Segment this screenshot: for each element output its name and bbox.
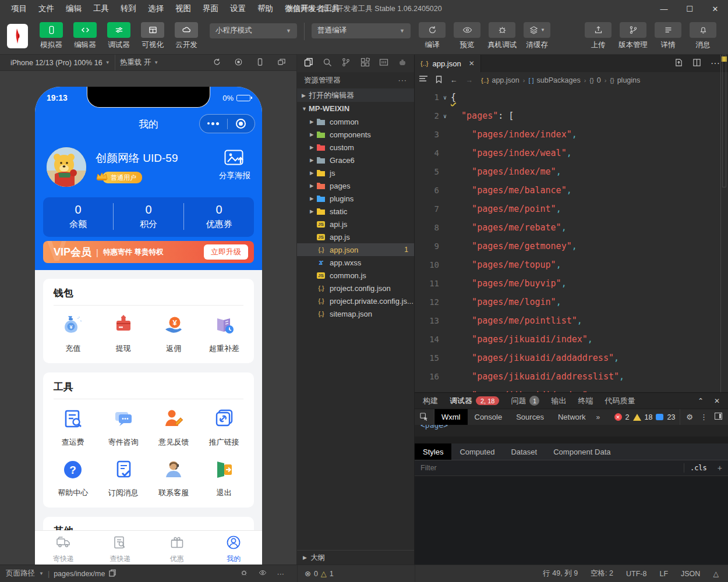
styles-tab-Component-Data[interactable]: Component Data <box>545 443 619 460</box>
page-path-label[interactable]: 页面路径 <box>6 569 35 579</box>
tree-item-app.wxss[interactable]: ϫapp.wxss <box>297 256 414 269</box>
minimize-button[interactable]: — <box>651 0 677 17</box>
outline-section[interactable]: ▶ 大纲 <box>297 550 414 565</box>
tree-item-common[interactable]: ▶common <box>297 115 414 128</box>
debug-tab-输出[interactable]: 输出 <box>551 396 566 406</box>
menu-item-设置[interactable]: 设置 <box>225 2 251 16</box>
project-root[interactable]: ▼ MP-WEIXIN <box>297 102 414 115</box>
breadcrumb-item[interactable]: {}0 <box>589 76 600 84</box>
tab-优惠[interactable]: 优惠 <box>149 531 206 565</box>
bookmark-icon[interactable] <box>436 76 442 85</box>
debug-tab-代码质量[interactable]: 代码质量 <box>605 396 635 406</box>
menu-item-项目[interactable]: 项目 <box>6 2 32 16</box>
open-editors-section[interactable]: ▶ 打开的编辑器 <box>297 88 414 102</box>
stat-item[interactable]: 0积分 <box>113 203 183 230</box>
record-icon[interactable] <box>234 58 243 68</box>
tree-item-Grace6[interactable]: ▶Grace6 <box>297 154 414 166</box>
device-select[interactable]: iPhone 12/13 (Pro) 100% 16▼ <box>6 55 115 70</box>
close-miniprogram-icon[interactable] <box>228 119 255 129</box>
code-area[interactable]: 1∨{2∨ "pages": [3 "pages/index/index",4 … <box>415 88 728 392</box>
tree-item-custom[interactable]: ▶custom <box>297 141 414 154</box>
feature-freight[interactable]: 查运费 <box>48 407 98 448</box>
restart-icon[interactable] <box>213 58 221 68</box>
feature-feedback[interactable]: 意见反馈 <box>149 407 199 448</box>
more-actions-icon[interactable]: ··· <box>711 58 720 69</box>
kebab-menu-icon[interactable]: ⋮ <box>700 413 708 421</box>
npm-box-icon[interactable] <box>379 58 388 69</box>
tree-item-app.js[interactable]: JSapp.js <box>297 230 414 243</box>
feature-help[interactable]: ?帮助中心 <box>48 458 98 498</box>
preview-eye-icon[interactable] <box>259 569 267 579</box>
status-item[interactable]: 行 49, 列 9 <box>543 569 578 579</box>
devtools-tab-Wxml[interactable]: Wxml <box>434 409 468 425</box>
mode-button[interactable]: 可视化 <box>137 22 168 50</box>
split-editor-icon[interactable] <box>692 58 701 69</box>
tree-item-js[interactable]: ▶js <box>297 166 414 179</box>
feature-promo-link[interactable]: 推广链接 <box>199 407 250 448</box>
feature-overweight[interactable]: 超重补差 <box>199 314 250 354</box>
devtools-tab-Sources[interactable]: Sources <box>509 409 551 425</box>
feature-withdraw[interactable]: 提现 <box>98 314 149 354</box>
breadcrumb-item[interactable]: {}plugins <box>610 76 640 84</box>
vip-banner[interactable]: VIP会员 | 特惠寄件 尊贵特权 立即升级 <box>43 241 254 263</box>
action-button[interactable]: 真机调试 <box>485 22 519 50</box>
menu-item-微信开发者工具[interactable]: 微信开发者工具 <box>280 2 345 16</box>
styles-tab-Computed[interactable]: Computed <box>451 443 503 460</box>
tree-item-api.js[interactable]: JSapi.js <box>297 218 414 230</box>
hot-reload-toggle[interactable]: 热重载 开▼ <box>115 55 163 70</box>
breadcrumb-item[interactable]: {..}app.json <box>481 76 520 84</box>
editor-scrollbar[interactable] <box>720 55 728 392</box>
forward-icon[interactable]: → <box>466 76 473 84</box>
issue-counts[interactable]: ✕ 2 18 23 <box>614 413 680 421</box>
tree-item-components[interactable]: ▶components <box>297 128 414 141</box>
upgrade-button[interactable]: 立即升级 <box>204 244 248 260</box>
outline-list-icon[interactable] <box>419 76 427 84</box>
devtools-tab-Network[interactable]: Network <box>551 409 593 425</box>
tree-item-pages[interactable]: ▶pages <box>297 179 414 192</box>
compile-select[interactable]: 普通编译▼ <box>312 23 411 38</box>
back-icon[interactable]: ← <box>450 76 458 84</box>
feature-recharge[interactable]: ¥充值 <box>48 314 98 354</box>
tree-item-app.json[interactable]: {..}app.json1 <box>297 243 414 256</box>
mode-button[interactable]: 云开发 <box>171 22 202 50</box>
feature-consult[interactable]: 寄件咨询 <box>98 407 149 448</box>
menu-item-界面[interactable]: 界面 <box>197 2 224 16</box>
dock-side-icon[interactable] <box>715 413 722 421</box>
toolbar-button[interactable]: 详情 <box>651 22 685 50</box>
more-icon[interactable] <box>200 122 227 125</box>
tree-item-sitemap.json[interactable]: {..}sitemap.json <box>297 307 414 320</box>
menu-item-视图[interactable]: 视图 <box>170 2 196 16</box>
avatar[interactable] <box>47 147 86 187</box>
feature-subscribe[interactable]: 订阅消息 <box>98 458 149 498</box>
tree-item-plugins[interactable]: ▶plugins <box>297 192 414 205</box>
status-item[interactable]: LF <box>659 570 668 578</box>
collapse-panel-icon[interactable]: ⌃ <box>698 397 704 405</box>
styles-tab-Dataset[interactable]: Dataset <box>503 443 545 460</box>
detach-window-icon[interactable] <box>277 58 286 68</box>
feature-service[interactable]: 联系客服 <box>149 458 199 498</box>
debug-tab-构建[interactable]: 构建 <box>423 396 438 406</box>
app-logo[interactable] <box>7 24 28 48</box>
debug-tab-终端[interactable]: 终端 <box>578 396 593 406</box>
more-icon[interactable]: ··· <box>277 570 285 578</box>
close-button[interactable]: ✕ <box>702 0 728 17</box>
toolbar-button[interactable]: 上传 <box>581 22 615 50</box>
inspect-element-icon[interactable] <box>415 409 434 425</box>
action-button[interactable]: ▼清缓存 <box>520 22 554 50</box>
settings-gear-icon[interactable]: ⚙ <box>686 413 693 421</box>
status-item[interactable]: JSON <box>681 570 700 578</box>
tree-item-static[interactable]: ▶static <box>297 205 414 218</box>
menu-item-帮助[interactable]: 帮助 <box>252 2 278 16</box>
tab-app-json[interactable]: {..} app.json ✕ <box>415 55 481 72</box>
mode-select[interactable]: 小程序模式▼ <box>210 23 297 38</box>
breadcrumb-item[interactable]: [ ]subPackages <box>528 76 580 84</box>
stat-item[interactable]: 0优惠券 <box>183 203 254 230</box>
mode-button[interactable]: 模拟器 <box>36 22 66 50</box>
debug-tab-调试器[interactable]: 调试器2, 18 <box>450 396 499 406</box>
more-tabs-icon[interactable]: » <box>593 413 604 421</box>
devtools-tab-Console[interactable]: Console <box>468 409 510 425</box>
files-icon[interactable] <box>304 58 313 69</box>
add-style-icon[interactable]: + <box>713 463 722 473</box>
share-poster-button[interactable]: 分享海报 <box>219 147 250 181</box>
tree-item-project.config.json[interactable]: {..}project.config.json <box>297 282 414 294</box>
